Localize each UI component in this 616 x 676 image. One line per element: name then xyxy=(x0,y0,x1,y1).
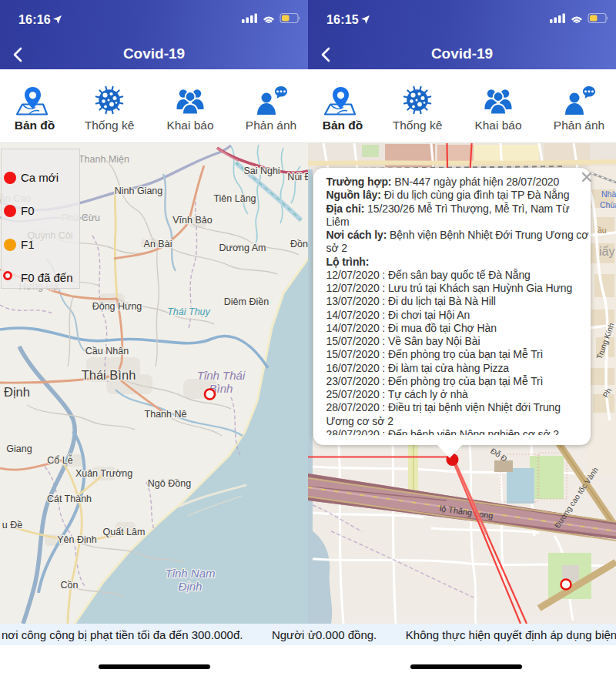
svg-text:Yên Định: Yên Định xyxy=(57,534,96,545)
svg-text:Đông Hưng: Đông Hưng xyxy=(92,301,142,312)
svg-text:Định: Định xyxy=(4,385,30,399)
svg-text:Thái Bình: Thái Bình xyxy=(82,368,136,382)
svg-text:Tỉnh Nam: Tỉnh Nam xyxy=(165,567,215,580)
svg-text:u Đề: u Đề xyxy=(2,520,22,530)
svg-text:Tiên Lãng: Tiên Lãng xyxy=(213,193,256,204)
svg-text:Vĩnh Bảo: Vĩnh Bảo xyxy=(172,215,212,226)
svg-text:Ninh Giang: Ninh Giang xyxy=(115,186,163,196)
svg-text:Quất Lâm: Quất Lâm xyxy=(103,527,146,537)
svg-text:Cổ Lễ: Cổ Lễ xyxy=(47,454,72,466)
svg-text:Giang: Giang xyxy=(6,443,32,454)
svg-text:Thanh Nê: Thanh Nê xyxy=(145,409,187,420)
svg-text:Diêm Điền: Diêm Điền xyxy=(224,296,269,307)
svg-text:Xuân Trường: Xuân Trường xyxy=(75,468,132,479)
svg-text:Chùa: Chùa xyxy=(600,200,616,209)
svg-text:Cầu Nhân: Cầu Nhân xyxy=(85,346,129,356)
svg-text:Núi Đ: Núi Đ xyxy=(287,172,308,182)
svg-text:Tỉnh Thái: Tỉnh Thái xyxy=(197,369,246,382)
svg-text:Thanh Miện: Thanh Miện xyxy=(79,154,129,165)
svg-text:iấy: iấy xyxy=(599,245,614,258)
svg-text:Thái Thụy: Thái Thụy xyxy=(167,306,210,317)
svg-text:An Bài: An Bài xyxy=(144,239,172,249)
svg-text:Cồn: Cồn xyxy=(61,580,79,591)
svg-text:Cát Thành: Cát Thành xyxy=(47,494,92,504)
svg-text:Định: Định xyxy=(179,580,203,593)
svg-text:Nhà: Nhà xyxy=(601,189,616,199)
svg-text:Dương Am: Dương Am xyxy=(219,243,266,253)
svg-text:Sai Nghi: Sai Nghi xyxy=(243,166,280,176)
svg-text:Đồng: Đồng xyxy=(290,239,308,249)
svg-text:ầu: ầu xyxy=(598,226,607,235)
svg-text:Ngô Đồng: Ngô Đồng xyxy=(148,478,191,489)
